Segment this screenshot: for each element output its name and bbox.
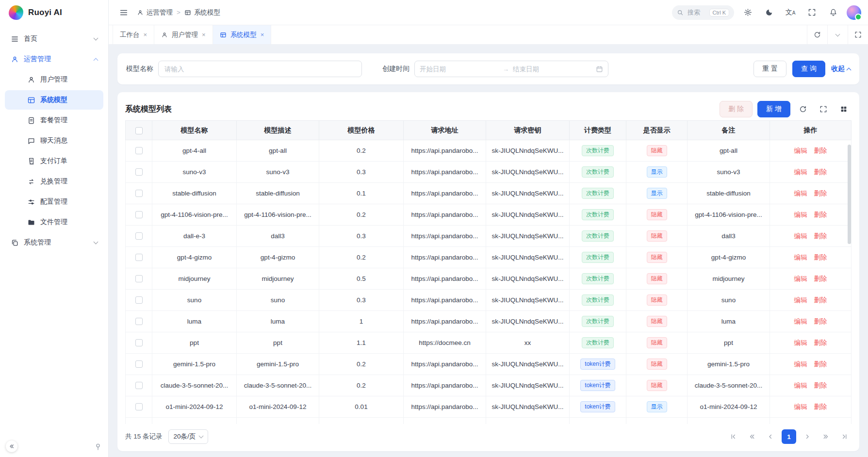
sidebar-item-exchange[interactable]: 兑换管理 bbox=[5, 172, 103, 191]
dark-mode-button[interactable] bbox=[761, 5, 777, 20]
page-number-button[interactable]: 1 bbox=[782, 429, 796, 444]
content-fullscreen-button[interactable] bbox=[848, 25, 868, 44]
edit-link[interactable]: 编辑 bbox=[794, 254, 807, 261]
edit-link[interactable]: 编辑 bbox=[794, 211, 807, 218]
sidebar-item-operations[interactable]: 运营管理 bbox=[5, 49, 103, 69]
edit-link[interactable]: 编辑 bbox=[794, 168, 807, 176]
avatar[interactable] bbox=[847, 5, 861, 20]
jump-forward-button[interactable] bbox=[819, 429, 833, 444]
collapse-filter-link[interactable]: 收起 bbox=[831, 65, 851, 73]
sidebar-item-config[interactable]: 配置管理 bbox=[5, 192, 103, 212]
notifications-button[interactable] bbox=[825, 5, 841, 20]
row-checkbox[interactable] bbox=[135, 168, 143, 176]
delete-link[interactable]: 删除 bbox=[814, 403, 827, 410]
table-scrollbar[interactable] bbox=[848, 145, 851, 244]
table-fullscreen-button[interactable] bbox=[816, 101, 831, 117]
settings-button[interactable] bbox=[740, 5, 755, 20]
close-icon[interactable]: × bbox=[261, 31, 264, 38]
breadcrumb-item-system-model[interactable]: 系统模型 bbox=[184, 8, 220, 17]
edit-link[interactable]: 编辑 bbox=[794, 296, 807, 304]
receipt-icon bbox=[27, 157, 35, 165]
tab-system-model[interactable]: 系统模型 × bbox=[213, 25, 272, 44]
delete-link[interactable]: 删除 bbox=[814, 168, 827, 176]
delete-link[interactable]: 删除 bbox=[814, 147, 827, 154]
delete-link[interactable]: 删除 bbox=[814, 318, 827, 325]
add-button[interactable]: 新 增 bbox=[757, 101, 790, 117]
last-page-button[interactable] bbox=[837, 429, 852, 444]
refresh-table-button[interactable] bbox=[795, 101, 811, 117]
edit-link[interactable]: 编辑 bbox=[794, 275, 807, 282]
sidebar-item-home[interactable]: 首页 bbox=[5, 29, 103, 49]
row-checkbox[interactable] bbox=[135, 318, 143, 325]
row-checkbox[interactable] bbox=[135, 147, 143, 154]
edit-link[interactable]: 编辑 bbox=[794, 403, 807, 410]
close-icon[interactable]: × bbox=[144, 31, 147, 38]
breadcrumb-item-operations[interactable]: 运营管理 bbox=[137, 8, 173, 17]
query-button[interactable]: 查 询 bbox=[792, 61, 825, 77]
delete-link[interactable]: 删除 bbox=[814, 232, 827, 240]
end-date-input[interactable] bbox=[513, 65, 592, 73]
start-date-input[interactable] bbox=[420, 65, 499, 73]
cell-model-desc: suno bbox=[237, 290, 319, 311]
tab-workbench[interactable]: 工作台 × bbox=[113, 25, 154, 44]
select-all-checkbox[interactable] bbox=[135, 127, 143, 134]
app-logo[interactable]: Ruoyi AI bbox=[0, 0, 108, 25]
cell-remark: gemini-1.5-pro bbox=[688, 354, 770, 375]
next-page-button[interactable] bbox=[800, 429, 815, 444]
edit-link[interactable]: 编辑 bbox=[794, 190, 807, 197]
model-name-input[interactable] bbox=[158, 61, 362, 77]
sidebar-item-packages[interactable]: 套餐管理 bbox=[5, 111, 103, 130]
prev-page-button[interactable] bbox=[763, 429, 778, 444]
menu-toggle-button[interactable] bbox=[116, 5, 131, 20]
reset-button[interactable]: 重 置 bbox=[753, 61, 786, 77]
edit-link[interactable]: 编辑 bbox=[794, 147, 807, 154]
search-input[interactable]: 搜索 Ctrl K bbox=[672, 5, 734, 20]
sidebar-item-files[interactable]: 文件管理 bbox=[5, 212, 103, 232]
sidebar-item-chat-messages[interactable]: 聊天消息 bbox=[5, 131, 103, 150]
page-size-select[interactable]: 20条/页 bbox=[168, 429, 209, 444]
edit-link[interactable]: 编辑 bbox=[794, 382, 807, 389]
sidebar-item-system-admin[interactable]: 系统管理 bbox=[5, 233, 103, 252]
delete-link[interactable]: 删除 bbox=[814, 382, 827, 389]
delete-link[interactable]: 删除 bbox=[814, 254, 827, 261]
tab-menu-button[interactable] bbox=[827, 25, 848, 44]
pin-icon[interactable] bbox=[94, 442, 102, 451]
batch-delete-button[interactable]: 删 除 bbox=[720, 101, 753, 117]
delete-link[interactable]: 删除 bbox=[814, 360, 827, 368]
row-checkbox[interactable] bbox=[135, 296, 143, 304]
delete-link[interactable]: 删除 bbox=[814, 190, 827, 197]
edit-link[interactable]: 编辑 bbox=[794, 232, 807, 240]
row-checkbox[interactable] bbox=[135, 211, 143, 218]
row-checkbox[interactable] bbox=[135, 232, 143, 240]
first-page-button[interactable] bbox=[726, 429, 741, 444]
row-checkbox[interactable] bbox=[135, 190, 143, 197]
cell bbox=[126, 418, 152, 424]
edit-link[interactable]: 编辑 bbox=[794, 318, 807, 325]
delete-link[interactable]: 删除 bbox=[814, 211, 827, 218]
sidebar-item-label: 配置管理 bbox=[40, 197, 98, 206]
sidebar-item-users[interactable]: 用户管理 bbox=[5, 70, 103, 89]
row-checkbox[interactable] bbox=[135, 339, 143, 346]
row-checkbox[interactable] bbox=[135, 254, 143, 261]
date-range-picker[interactable]: → bbox=[414, 61, 608, 77]
delete-link[interactable]: 删除 bbox=[814, 296, 827, 304]
edit-link[interactable]: 编辑 bbox=[794, 360, 807, 368]
tab-user-management[interactable]: 用户管理 × bbox=[154, 25, 213, 44]
jump-back-button[interactable] bbox=[745, 429, 759, 444]
language-button[interactable]: 文A bbox=[783, 5, 798, 20]
close-icon[interactable]: × bbox=[202, 31, 206, 38]
delete-link[interactable]: 删除 bbox=[814, 275, 827, 282]
edit-link[interactable]: 编辑 bbox=[794, 339, 807, 346]
row-checkbox[interactable] bbox=[135, 382, 143, 389]
sidebar-collapse-button[interactable] bbox=[6, 441, 17, 452]
cell-remark: gpt-4-gizmo bbox=[688, 247, 770, 268]
sidebar-item-payment-orders[interactable]: 支付订单 bbox=[5, 151, 103, 171]
row-checkbox[interactable] bbox=[135, 360, 143, 368]
fullscreen-button[interactable] bbox=[804, 5, 819, 20]
refresh-tab-button[interactable] bbox=[807, 25, 827, 44]
row-checkbox[interactable] bbox=[135, 403, 143, 410]
sidebar-item-system-model[interactable]: 系统模型 bbox=[5, 90, 103, 110]
column-settings-button[interactable] bbox=[836, 101, 852, 117]
row-checkbox[interactable] bbox=[135, 275, 143, 282]
delete-link[interactable]: 删除 bbox=[814, 339, 827, 346]
